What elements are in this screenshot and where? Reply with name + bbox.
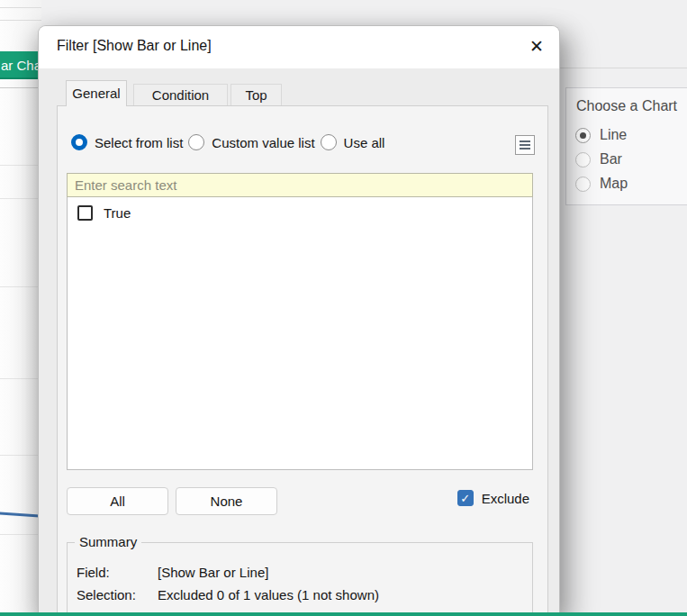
chart-option-bar[interactable]: Bar xyxy=(575,151,687,168)
divider xyxy=(0,20,41,21)
summary-row-label: Field: xyxy=(77,565,158,580)
tab-general[interactable]: General xyxy=(66,80,127,106)
gridline xyxy=(0,455,41,456)
checkbox-unchecked-icon[interactable] xyxy=(77,205,93,221)
radio-custom-value-list[interactable] xyxy=(188,134,204,150)
chart-option-map[interactable]: Map xyxy=(575,176,687,192)
tab-condition[interactable]: Condition xyxy=(133,84,228,107)
gridline xyxy=(0,165,41,166)
summary-fieldset: Summary Field: [Show Bar or Line] Select… xyxy=(67,542,533,616)
background-chart-area: ar Cha xyxy=(0,0,41,616)
bottom-green-edge xyxy=(0,612,687,616)
radio-label[interactable]: Custom value list xyxy=(212,135,314,150)
dialog-titlebar: Filter [Show Bar or Line] ✕ xyxy=(39,26,559,68)
list-options-button[interactable] xyxy=(515,135,535,155)
selection-mode-row: Select from list Custom value list Use a… xyxy=(71,134,390,150)
radio-icon[interactable] xyxy=(575,152,591,168)
summary-row-value: [Show Bar or Line] xyxy=(158,565,268,580)
chart-option-label[interactable]: Bar xyxy=(600,151,622,168)
general-tab-page: Select from list Custom value list Use a… xyxy=(57,105,548,616)
choose-chart-card: Choose a Chart Line Bar Map xyxy=(565,87,687,205)
divider xyxy=(560,68,687,68)
parameter-panel: Choose a Chart Line Bar Map xyxy=(560,0,687,616)
tab-top[interactable]: Top xyxy=(231,84,282,107)
dialog-title: Filter [Show Bar or Line] xyxy=(57,38,212,54)
exclude-control[interactable]: Exclude xyxy=(457,490,529,506)
chart-option-line[interactable]: Line xyxy=(575,127,687,143)
gridline xyxy=(0,286,41,287)
gridline xyxy=(0,534,41,535)
app-window: ar Cha Choose a Chart Line Bar xyxy=(0,0,687,616)
menu-icon xyxy=(520,144,530,146)
gridline xyxy=(0,198,41,199)
radio-label[interactable]: Use all xyxy=(344,135,385,150)
search-input[interactable] xyxy=(67,173,533,197)
radio-selected-icon[interactable] xyxy=(575,128,591,143)
chart-option-label[interactable]: Map xyxy=(600,176,628,192)
summary-legend: Summary xyxy=(75,534,141,549)
close-icon[interactable]: ✕ xyxy=(525,35,548,59)
summary-row-field: Field: [Show Bar or Line] xyxy=(77,565,523,580)
gridline xyxy=(0,378,41,379)
radio-select-from-list[interactable] xyxy=(71,134,87,150)
radio-use-all[interactable] xyxy=(321,134,337,150)
list-item[interactable]: True xyxy=(68,197,532,221)
summary-row-value: Excluded 0 of 1 values (1 not shown) xyxy=(158,587,379,602)
radio-label[interactable]: Select from list xyxy=(95,135,183,150)
bar-chart-tab[interactable]: ar Cha xyxy=(0,51,38,79)
none-button[interactable]: None xyxy=(176,487,277,515)
exclude-label[interactable]: Exclude xyxy=(482,491,529,506)
divider xyxy=(0,87,41,88)
all-button[interactable]: All xyxy=(67,487,168,515)
filter-dialog: Filter [Show Bar or Line] ✕ General Cond… xyxy=(38,25,560,616)
summary-row-label: Selection: xyxy=(77,587,158,602)
list-item-label[interactable]: True xyxy=(104,205,131,221)
choose-chart-title: Choose a Chart xyxy=(566,88,687,114)
chart-option-label[interactable]: Line xyxy=(600,127,627,143)
summary-row-selection: Selection: Excluded 0 of 1 values (1 not… xyxy=(77,587,523,602)
value-list[interactable]: True xyxy=(67,197,533,470)
divider xyxy=(0,7,41,8)
checkbox-checked-icon[interactable] xyxy=(457,490,474,506)
radio-icon[interactable] xyxy=(575,177,591,192)
